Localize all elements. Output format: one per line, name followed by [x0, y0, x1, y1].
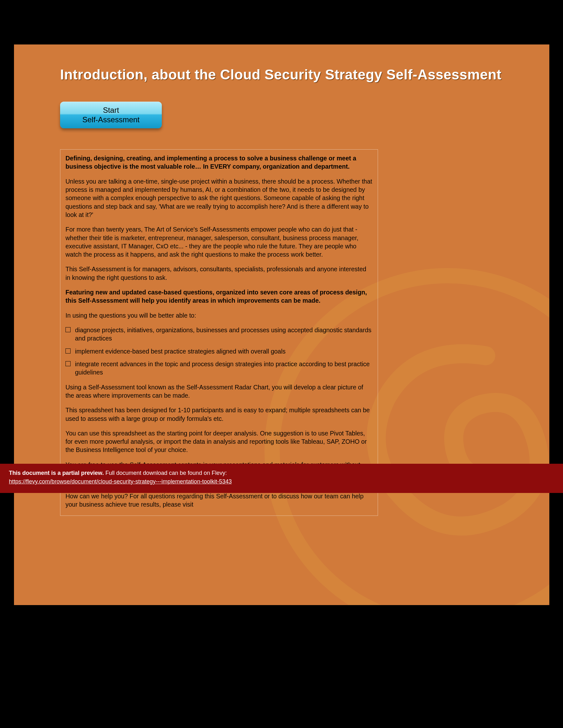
body-paragraph: This Self-Assessment is for managers, ad… — [65, 265, 373, 282]
list-item: implement evidence-based best practice s… — [65, 347, 373, 355]
body-paragraph: This spreadsheet has been designed for 1… — [65, 406, 373, 423]
list-item: integrate recent advances in the topic a… — [65, 360, 373, 377]
preview-banner: This document is a partial preview. Full… — [0, 464, 563, 493]
body-paragraph: For more than twenty years, The Art of S… — [65, 225, 373, 259]
body-paragraph: You can use this spreadsheet as the star… — [65, 429, 373, 454]
start-self-assessment-button[interactable]: Start Self-Assessment — [60, 102, 162, 128]
page-title: Introduction, about the Cloud Security S… — [60, 67, 501, 83]
intro-content-box: Defining, designing, creating, and imple… — [60, 149, 378, 516]
body-paragraph: Unless you are talking a one-time, singl… — [65, 177, 373, 219]
feature-paragraph: Featuring new and updated case-based que… — [65, 288, 373, 305]
body-paragraph: In using the questions you will be bette… — [65, 311, 373, 320]
bullet-list: diagnose projects, initiatives, organiza… — [65, 326, 373, 377]
banner-rest-text: Full document download can be found on F… — [105, 470, 227, 476]
banner-bold-text: This document is a partial preview. — [9, 470, 104, 476]
body-paragraph: How can we help you? For all questions r… — [65, 492, 373, 509]
document-page: Introduction, about the Cloud Security S… — [14, 44, 549, 605]
lead-paragraph: Defining, designing, creating, and imple… — [65, 154, 373, 171]
list-item: diagnose projects, initiatives, organiza… — [65, 326, 373, 343]
banner-link[interactable]: https://flevy.com/browse/document/cloud-… — [9, 478, 232, 485]
body-paragraph: Using a Self-Assessment tool known as th… — [65, 383, 373, 400]
button-line1: Start — [60, 105, 162, 115]
button-line2: Self-Assessment — [60, 115, 162, 125]
